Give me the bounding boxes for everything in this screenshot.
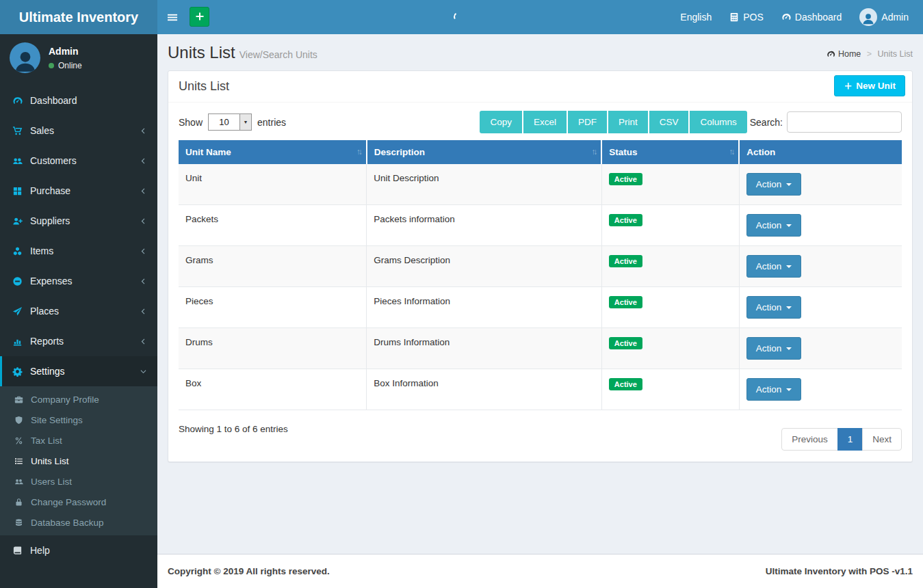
status-cell: Active [601,205,739,246]
status-badge: Active [609,255,642,267]
table-row: Unit Unit Description Active Action [179,164,902,205]
sidebar-item-help[interactable]: Help [0,535,157,565]
bar-chart-icon [12,336,30,347]
caret-down-icon [786,347,792,350]
pagination-next[interactable]: Next [862,428,902,451]
dashboard-label: Dashboard [795,12,842,23]
sort-icon[interactable]: ↑↓ [591,147,595,157]
column-label: Status [609,147,637,157]
sidebar-item-dashboard[interactable]: Dashboard [0,85,157,116]
sidebar-item-places[interactable]: Places [0,296,157,326]
chevron-left-icon [140,157,147,165]
sidebar-item-settings[interactable]: Settings [0,356,157,386]
description-cell: Grams Description [367,246,602,287]
sort-icon[interactable]: ↑↓ [356,147,361,157]
excel-button[interactable]: Excel [523,111,568,133]
sidebar-item-customers[interactable]: Customers [0,146,157,176]
breadcrumb-home-link[interactable]: Home [827,49,861,59]
sidebar-item-suppliers[interactable]: Suppliers [0,206,157,236]
content-area: Units ListView/Search Units Home > Units… [157,34,923,554]
sidebar-item-label: Tax List [31,436,62,446]
sidebar-item-change-password[interactable]: Change Password [0,492,157,512]
column-header-unit-name[interactable]: Unit Name↑↓ [179,140,367,164]
show-label: Show [179,117,203,128]
sidebar-item-expenses[interactable]: Expenses [0,266,157,296]
new-unit-button[interactable]: New Unit [834,75,905,96]
dashboard-icon [781,12,791,23]
sidebar-item-users-list[interactable]: Users List [0,471,157,492]
shield-icon [14,415,31,425]
app-logo[interactable]: Ultimate Inventory [0,0,157,34]
sort-icon[interactable]: ↑↓ [729,147,733,157]
action-dropdown-button[interactable]: Action [746,337,802,360]
sidebar-item-purchase[interactable]: Purchase [0,176,157,206]
sidebar-item-units-list[interactable]: Units List [0,451,157,471]
sidebar-item-label: Users List [31,477,72,487]
language-menu-item[interactable]: English [671,0,720,34]
sidebar-item-label: Sales [30,125,54,136]
status-cell: Active [601,246,739,287]
sidebar-item-tax-list[interactable]: Tax List [0,430,157,451]
sidebar-toggle-button[interactable] [157,0,187,34]
chevron-down-icon: ▼ [239,114,251,130]
table-row: Packets Packets information Active Actio… [179,205,902,246]
action-label: Action [756,220,782,230]
avatar [859,8,877,26]
action-dropdown-button[interactable]: Action [746,173,802,196]
action-dropdown-button[interactable]: Action [746,378,802,401]
sidebar-item-company-profile[interactable]: Company Profile [0,389,157,410]
quick-add-button[interactable] [190,7,209,27]
sidebar-item-items[interactable]: Items [0,236,157,266]
csv-button[interactable]: CSV [649,111,690,133]
chevron-left-icon [140,337,147,345]
status-cell: Active [601,287,739,328]
status-badge: Active [609,296,642,308]
sidebar-item-label: Company Profile [31,395,99,405]
online-status-label: Online [58,61,82,70]
pdf-button[interactable]: PDF [568,111,608,133]
breadcrumb-separator: > [867,49,872,59]
action-cell: Action [739,205,902,246]
pagination-previous[interactable]: Previous [781,428,838,451]
sidebar-item-label: Reports [30,336,64,347]
sidebar-item-label: Settings [30,366,65,377]
status-badge: Active [609,378,642,390]
sidebar-item-sales[interactable]: Sales [0,116,157,146]
sidebar-item-reports[interactable]: Reports [0,326,157,356]
status-cell: Active [601,164,739,205]
column-header-status[interactable]: Status↑↓ [601,140,739,164]
sidebar-item-site-settings[interactable]: Site Settings [0,410,157,430]
sidebar-item-database-backup[interactable]: Database Backup [0,512,157,533]
database-icon [14,518,31,528]
action-cell: Action [739,164,902,205]
sidebar-item-label: Database Backup [31,518,104,528]
unit-name-cell: Drums [179,328,367,369]
pos-menu-item[interactable]: POS [720,0,772,34]
table-row: Pieces Pieces Information Active Action [179,287,902,328]
chevron-left-icon [140,126,147,135]
status-badge: Active [609,173,642,185]
users-icon [12,155,30,167]
search-input[interactable] [787,111,902,133]
loading-spinner-icon [453,12,463,22]
copy-button[interactable]: Copy [480,111,523,133]
chevron-left-icon [140,217,147,225]
column-header-description[interactable]: Description↑↓ [367,140,602,164]
action-dropdown-button[interactable]: Action [746,214,802,237]
user-menu-item[interactable]: Admin [850,0,918,34]
pagination-page-1[interactable]: 1 [837,428,863,451]
page-length-select[interactable]: 10 ▼ [208,113,252,131]
sidebar-menu: Dashboard Sales Customers Purchase Suppl… [0,85,157,565]
breadcrumb: Home > Units List [827,49,913,59]
action-label: Action [756,179,782,189]
dashboard-menu-item[interactable]: Dashboard [772,0,851,34]
action-label: Action [756,343,782,353]
action-dropdown-button[interactable]: Action [746,255,802,278]
columns-button[interactable]: Columns [690,111,746,133]
gear-icon [12,366,30,377]
print-button[interactable]: Print [608,111,649,133]
action-dropdown-button[interactable]: Action [746,296,802,319]
description-cell: Unit Description [367,164,602,205]
pagination: Previous 1 Next [782,428,902,451]
status-cell: Active [601,369,739,410]
